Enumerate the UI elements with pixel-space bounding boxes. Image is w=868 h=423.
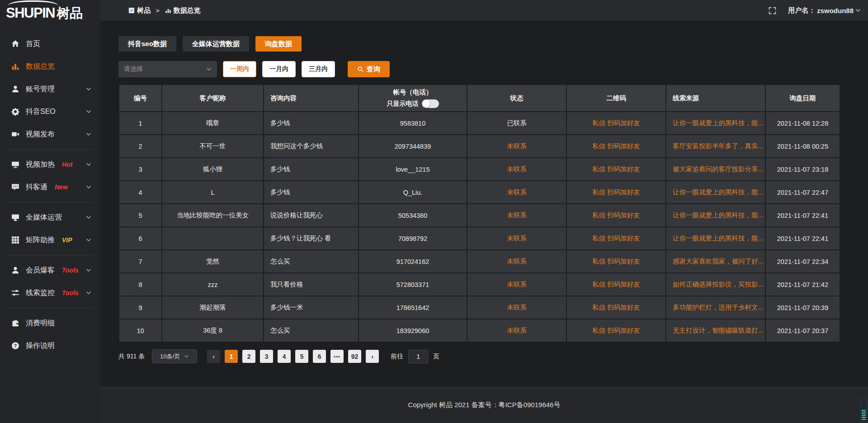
cell-id: 8 bbox=[119, 273, 161, 296]
sidebar-item-label: 视频发布 bbox=[26, 130, 55, 139]
page-button-3[interactable]: 3 bbox=[260, 350, 273, 363]
cell-nickname: L bbox=[162, 181, 263, 203]
topbar: 树品>数据总览 用户名： zswodun88 bbox=[100, 0, 868, 21]
table-body: 1哦章多少钱9583810已联系私信 扫码加好友让你一眼就爱上的黑科技，能...… bbox=[119, 112, 840, 342]
cell-source[interactable]: 让你一眼就爱上的黑科技，能... bbox=[666, 112, 765, 134]
sidebar-item-matrix-boost[interactable]: 矩阵助推VIP bbox=[0, 229, 100, 251]
column-header-status: 状态 bbox=[467, 85, 566, 111]
copyright-text: Copyright 树品 2021 备案号：粤ICP备09019646号 bbox=[408, 401, 561, 409]
table-row: 9潮起潮落多少钱一米178651642未联系私信 扫码加好友多功能护栏灯，适用于… bbox=[119, 296, 840, 319]
main-column: 树品>数据总览 用户名： zswodun88 抖音seo数据全媒体运营数据询盘数… bbox=[100, 0, 868, 423]
toggle-knob bbox=[422, 100, 430, 108]
mini-monitor-widget bbox=[860, 398, 867, 422]
cell-qrcode[interactable]: 私信 扫码加好友 bbox=[567, 181, 665, 203]
cell-qrcode[interactable]: 私信 扫码加好友 bbox=[567, 273, 665, 296]
column-header-date: 询盘日期 bbox=[766, 85, 840, 111]
sidebar-item-home[interactable]: 首页 bbox=[0, 33, 100, 55]
sidebar-item-operation-guide[interactable]: ?操作说明 bbox=[0, 334, 100, 357]
table-row: 1036度 8怎么买183929060未联系私信 扫码加好友无主灯设计，智能磁吸… bbox=[119, 320, 840, 342]
inquiry-table: 编号客户昵称咨询内容帐号（电话）只显示电话状态二维码线索来源询盘日期 1哦章多少… bbox=[118, 84, 840, 343]
app-logo[interactable]: SHUPIN 树品 bbox=[0, 0, 100, 27]
sidebar-item-data-overview[interactable]: 数据总览 bbox=[0, 55, 100, 78]
cell-qrcode[interactable]: 私信 扫码加好友 bbox=[567, 250, 665, 273]
cell-id: 4 bbox=[119, 181, 161, 203]
phone-only-row: 只显示电话 bbox=[359, 99, 467, 108]
cell-id: 9 bbox=[119, 296, 161, 319]
user-menu[interactable]: 用户名： zswodun88 bbox=[788, 6, 861, 15]
range-button-one-week[interactable]: 一周内 bbox=[223, 61, 256, 77]
cell-content: 怎么买 bbox=[264, 320, 358, 342]
bar-chart-icon bbox=[11, 62, 19, 70]
table-row: 8zzz我只看价格572803371未联系私信 扫码加好友如何正确选择投影仪，买… bbox=[119, 273, 840, 296]
cell-nickname: 哦章 bbox=[162, 112, 263, 134]
goto-page-input[interactable] bbox=[408, 350, 428, 363]
fullscreen-icon[interactable] bbox=[769, 7, 776, 14]
tab-media-operation-data[interactable]: 全媒体运营数据 bbox=[183, 36, 249, 52]
cell-source[interactable]: 如何正确选择投影仪，买投影... bbox=[666, 273, 765, 296]
chevron-down-icon bbox=[86, 184, 91, 190]
cell-source[interactable]: 让你一眼就爱上的黑科技，能... bbox=[666, 204, 765, 226]
cell-qrcode[interactable]: 私信 扫码加好友 bbox=[567, 204, 665, 226]
breadcrumb-item[interactable]: 树品 bbox=[128, 6, 151, 15]
tab-inquiry-data[interactable]: 询盘数据 bbox=[255, 36, 302, 52]
tab-douyin-seo-data[interactable]: 抖音seo数据 bbox=[118, 36, 176, 52]
chevron-down-icon bbox=[86, 268, 91, 273]
sidebar-item-douyin-seo[interactable]: 抖音SEO bbox=[0, 100, 100, 123]
range-button-three-month[interactable]: 三月内 bbox=[302, 61, 335, 77]
filter-row: 请选择 一周内一月内三月内 查询 bbox=[118, 61, 868, 77]
prev-page-button[interactable]: ‹ bbox=[207, 350, 220, 363]
page-button-5[interactable]: 5 bbox=[295, 350, 308, 363]
cell-id: 5 bbox=[119, 204, 161, 226]
page-button-92[interactable]: 92 bbox=[348, 350, 361, 363]
total-count: 共 911 条 bbox=[118, 352, 145, 361]
page-button-6[interactable]: 6 bbox=[313, 350, 326, 363]
sidebar-item-account-manage[interactable]: 账号管理 bbox=[0, 78, 100, 100]
cell-date: 2021-11-07 20:37 bbox=[766, 320, 840, 342]
cell-source[interactable]: 被大家追着问的客厅投影分享... bbox=[666, 158, 765, 180]
cell-source[interactable]: 感谢大家喜欢我家，被问了好... bbox=[666, 250, 765, 273]
sidebar-item-douketong[interactable]: 抖客通New bbox=[0, 176, 100, 198]
phone-only-toggle[interactable] bbox=[422, 99, 439, 108]
filter-select[interactable]: 请选择 bbox=[118, 61, 217, 77]
sidebar-item-label: 首页 bbox=[26, 39, 40, 49]
cell-qrcode[interactable]: 私信 扫码加好友 bbox=[567, 158, 665, 180]
cell-source[interactable]: 让你一眼就爱上的黑科技，能... bbox=[666, 181, 765, 203]
sidebar-item-clue-monitor[interactable]: 线索监控Tools bbox=[0, 282, 100, 304]
app-root: SHUPIN 树品 首页数据总览账号管理抖音SEO视频发布视频加热Hot抖客通N… bbox=[0, 0, 868, 423]
cell-nickname: 潮起潮落 bbox=[162, 296, 263, 319]
next-page-button[interactable]: › bbox=[366, 350, 379, 363]
breadcrumb-item[interactable]: 数据总览 bbox=[165, 6, 201, 15]
sidebar-item-member-baoke[interactable]: 会员爆客Tools bbox=[0, 259, 100, 282]
sidebar-item-media-operation[interactable]: 全媒体运营 bbox=[0, 206, 100, 229]
cell-content: 多少钱 bbox=[264, 158, 358, 180]
cell-source[interactable]: 让你一眼就爱上的黑科技，能... bbox=[666, 227, 765, 249]
cell-content: 我想问这个多少钱 bbox=[264, 135, 358, 157]
cell-qrcode[interactable]: 私信 扫码加好友 bbox=[567, 135, 665, 157]
cell-qrcode[interactable]: 私信 扫码加好友 bbox=[567, 227, 665, 249]
cell-qrcode[interactable]: 私信 扫码加好友 bbox=[567, 296, 665, 319]
cell-source[interactable]: 无主灯设计，智能磁吸轨道灯... bbox=[666, 320, 765, 342]
cell-status: 已联系 bbox=[467, 112, 566, 134]
more-pages-button[interactable]: ••• bbox=[330, 350, 344, 363]
cell-content: 多少钱 bbox=[264, 112, 358, 134]
page-button-1[interactable]: 1 bbox=[225, 350, 238, 363]
chat-icon bbox=[11, 183, 19, 191]
svg-text:?: ? bbox=[14, 343, 17, 348]
cell-source[interactable]: 客厅安装投影半年多了，真实... bbox=[666, 135, 765, 157]
sidebar-item-consume-detail[interactable]: 消费明细 bbox=[0, 312, 100, 334]
cell-qrcode[interactable]: 私信 扫码加好友 bbox=[567, 112, 665, 134]
page-button-2[interactable]: 2 bbox=[242, 350, 255, 363]
sidebar-divider bbox=[7, 149, 93, 150]
query-button[interactable]: 查询 bbox=[348, 61, 390, 77]
sidebar-item-video-heating[interactable]: 视频加热Hot bbox=[0, 153, 100, 176]
range-button-one-month[interactable]: 一月内 bbox=[262, 61, 296, 77]
column-header-content: 咨询内容 bbox=[264, 85, 358, 111]
cell-qrcode[interactable]: 私信 扫码加好友 bbox=[567, 320, 665, 342]
page-button-4[interactable]: 4 bbox=[278, 350, 291, 363]
table-row: 7觉然怎么买917024162未联系私信 扫码加好友感谢大家喜欢我家，被问了好.… bbox=[119, 250, 840, 273]
page-size-select[interactable]: 10条/页 bbox=[152, 349, 197, 363]
sidebar-item-video-publish[interactable]: 视频发布 bbox=[0, 123, 100, 146]
breadcrumb: 树品>数据总览 bbox=[128, 6, 201, 15]
cell-source[interactable]: 多功能护栏灯，适用于乡村文... bbox=[666, 296, 765, 319]
cell-nickname: 36度 8 bbox=[162, 320, 263, 342]
